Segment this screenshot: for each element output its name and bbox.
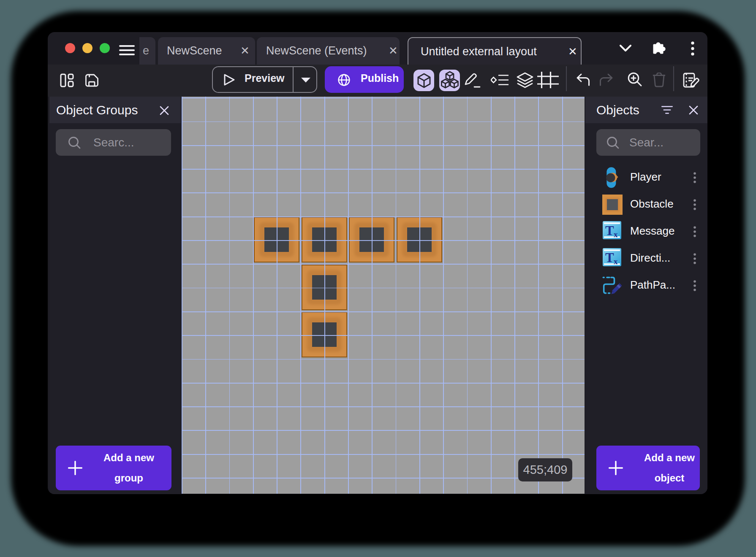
svg-text:x: x	[614, 230, 618, 239]
svg-text:T: T	[605, 250, 614, 265]
svg-text:x: x	[614, 257, 618, 266]
svg-text:T: T	[605, 223, 614, 238]
